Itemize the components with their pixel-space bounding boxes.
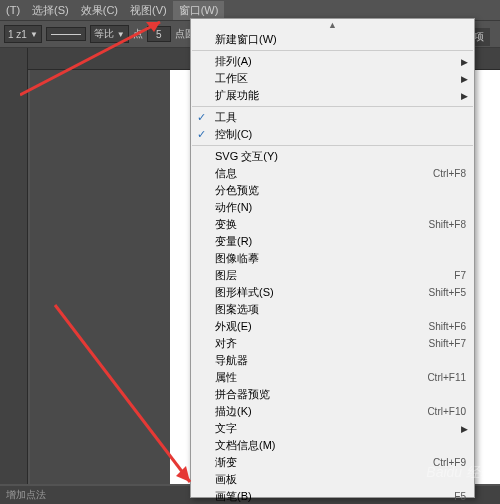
menu-item-label: 画笔(B) xyxy=(215,489,454,504)
points-input[interactable] xyxy=(147,26,171,42)
stroke-preview[interactable] xyxy=(46,27,86,41)
menu-item-label: 动作(N) xyxy=(215,200,466,215)
menu-item-shortcut: Shift+F8 xyxy=(428,219,466,230)
menu-view[interactable]: 视图(V) xyxy=(124,1,173,20)
menu-item-label: 变量(R) xyxy=(215,234,466,249)
menu-item-shortcut: Ctrl+F8 xyxy=(433,168,466,179)
menu-item[interactable]: 图像临摹 xyxy=(191,250,474,267)
menu-item-shortcut: Shift+F6 xyxy=(428,321,466,332)
chevron-down-icon: ▼ xyxy=(30,30,38,39)
menu-item-shortcut: Shift+F7 xyxy=(428,338,466,349)
chevron-right-icon: ▶ xyxy=(461,424,468,434)
check-icon: ✓ xyxy=(197,111,206,124)
menu-item[interactable]: 文字▶ xyxy=(191,420,474,437)
menu-item[interactable]: 画笔(B)F5 xyxy=(191,488,474,504)
menu-item[interactable]: 描边(K)Ctrl+F10 xyxy=(191,403,474,420)
menu-item-label: 图案选项 xyxy=(215,302,466,317)
menu-item-label: 画板 xyxy=(215,472,466,487)
menu-item-label: 文档信息(M) xyxy=(215,438,466,453)
menu-item-label: 图像临摹 xyxy=(215,251,466,266)
menu-item-label: 扩展功能 xyxy=(215,88,466,103)
menu-item[interactable]: 文档信息(M) xyxy=(191,437,474,454)
menu-item-label: 工作区 xyxy=(215,71,466,86)
menu-item[interactable]: 图案选项 xyxy=(191,301,474,318)
menu-separator xyxy=(192,145,473,146)
menu-item-label: 信息 xyxy=(215,166,433,181)
menu-item-shortcut: Ctrl+F10 xyxy=(427,406,466,417)
chevron-right-icon: ▶ xyxy=(461,91,468,101)
menu-t[interactable]: (T) xyxy=(0,2,26,18)
menu-window[interactable]: 窗口(W) xyxy=(173,1,225,20)
menu-scroll-up[interactable]: ▲ xyxy=(191,19,474,31)
menu-item-label: 排列(A) xyxy=(215,54,466,69)
points-prefix: 点 xyxy=(133,27,143,41)
window-menu: ▲ 新建窗口(W)排列(A)▶工作区▶扩展功能▶✓工具✓控制(C)SVG 交互(… xyxy=(190,18,475,498)
menu-item[interactable]: 扩展功能▶ xyxy=(191,87,474,104)
stroke-style-select[interactable]: 等比▼ xyxy=(90,25,129,43)
menu-separator xyxy=(192,50,473,51)
zoom-select[interactable]: 1 z1▼ xyxy=(4,25,42,43)
menu-item-label: 图层 xyxy=(215,268,454,283)
menu-item-shortcut: F5 xyxy=(454,491,466,502)
menu-item[interactable]: 画板 xyxy=(191,471,474,488)
menu-item[interactable]: 信息Ctrl+F8 xyxy=(191,165,474,182)
menu-separator xyxy=(192,106,473,107)
menu-item[interactable]: ✓控制(C) xyxy=(191,126,474,143)
menu-item[interactable]: 分色预览 xyxy=(191,182,474,199)
menu-item-label: SVG 交互(Y) xyxy=(215,149,466,164)
menu-item-label: 新建窗口(W) xyxy=(215,32,466,47)
chevron-right-icon: ▶ xyxy=(461,57,468,67)
menu-item-shortcut: F7 xyxy=(454,270,466,281)
menu-item[interactable]: 外观(E)Shift+F6 xyxy=(191,318,474,335)
check-icon: ✓ xyxy=(197,128,206,141)
menu-item-label: 拼合器预览 xyxy=(215,387,466,402)
menubar: (T) 选择(S) 效果(C) 视图(V) 窗口(W) xyxy=(0,0,500,20)
menu-item[interactable]: 属性Ctrl+F11 xyxy=(191,369,474,386)
menu-item-label: 变换 xyxy=(215,217,428,232)
menu-item[interactable]: 变换Shift+F8 xyxy=(191,216,474,233)
menu-select[interactable]: 选择(S) xyxy=(26,1,75,20)
menu-item-shortcut: Shift+F5 xyxy=(428,287,466,298)
menu-item[interactable]: 渐变Ctrl+F9 xyxy=(191,454,474,471)
chevron-down-icon: ▼ xyxy=(117,30,125,39)
menu-item[interactable]: 图形样式(S)Shift+F5 xyxy=(191,284,474,301)
menu-item-label: 文字 xyxy=(215,421,466,436)
menu-item-label: 控制(C) xyxy=(215,127,466,142)
menu-item-shortcut: Ctrl+F9 xyxy=(433,457,466,468)
menu-item[interactable]: 动作(N) xyxy=(191,199,474,216)
menu-item[interactable]: 导航器 xyxy=(191,352,474,369)
menu-item-label: 渐变 xyxy=(215,455,433,470)
menu-item-label: 外观(E) xyxy=(215,319,428,334)
menu-item[interactable]: 变量(R) xyxy=(191,233,474,250)
menu-item[interactable]: ✓工具 xyxy=(191,109,474,126)
menu-item-label: 图形样式(S) xyxy=(215,285,428,300)
menu-item-label: 对齐 xyxy=(215,336,428,351)
menu-item[interactable]: SVG 交互(Y) xyxy=(191,148,474,165)
menu-item[interactable]: 工作区▶ xyxy=(191,70,474,87)
menu-item-label: 导航器 xyxy=(215,353,466,368)
menu-item-label: 工具 xyxy=(215,110,466,125)
menu-item-shortcut: Ctrl+F11 xyxy=(427,372,466,383)
menu-item[interactable]: 新建窗口(W) xyxy=(191,31,474,48)
menu-item[interactable]: 拼合器预览 xyxy=(191,386,474,403)
chevron-right-icon: ▶ xyxy=(461,74,468,84)
menu-item[interactable]: 对齐Shift+F7 xyxy=(191,335,474,352)
menu-effect[interactable]: 效果(C) xyxy=(75,1,124,20)
menu-item-label: 属性 xyxy=(215,370,427,385)
left-panel xyxy=(0,48,28,484)
menu-item[interactable]: 排列(A)▶ xyxy=(191,53,474,70)
menu-item-label: 分色预览 xyxy=(215,183,466,198)
menu-item[interactable]: 图层F7 xyxy=(191,267,474,284)
menu-item-label: 描边(K) xyxy=(215,404,427,419)
status-text: 增加点法 xyxy=(6,488,46,502)
